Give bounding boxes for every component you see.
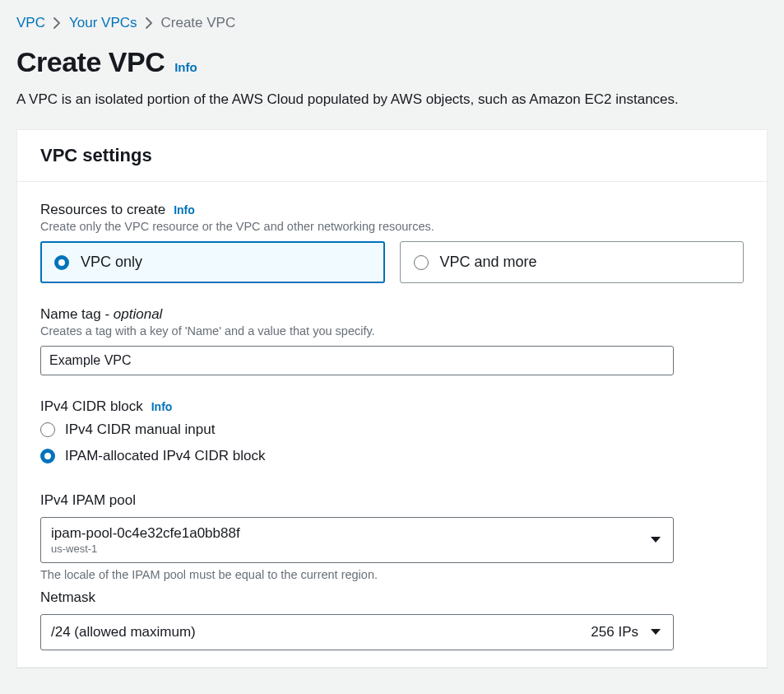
breadcrumb-link-your-vpcs[interactable]: Your VPCs	[69, 15, 137, 31]
field-name-tag: Name tag - optional Creates a tag with a…	[40, 306, 744, 375]
ipam-pool-help: The locale of the IPAM pool must be equa…	[40, 568, 744, 581]
netmask-label: Netmask	[40, 589, 95, 606]
radio-label: VPC and more	[440, 254, 537, 271]
ipam-pool-label: IPv4 IPAM pool	[40, 492, 136, 509]
select-value: ipam-pool-0c4e32cfe1a0bb88f	[51, 524, 640, 543]
breadcrumb-current: Create VPC	[161, 15, 236, 31]
info-link-header[interactable]: Info	[174, 60, 197, 74]
radio-label: VPC only	[81, 254, 142, 271]
field-netmask: Netmask /24 (allowed maximum) 256 IPs	[40, 589, 744, 650]
resources-hint: Create only the VPC resource or the VPC …	[40, 220, 744, 233]
ipv4-cidr-label: IPv4 CIDR block	[40, 398, 143, 415]
page-title: Create VPC	[16, 46, 165, 78]
radio-label: IPAM-allocated IPv4 CIDR block	[65, 448, 265, 464]
breadcrumb: VPC Your VPCs Create VPC	[16, 15, 768, 31]
resources-label: Resources to create	[40, 202, 165, 218]
radio-tile-vpc-and-more[interactable]: VPC and more	[400, 241, 745, 283]
chevron-right-icon	[146, 17, 153, 29]
vpc-settings-panel: VPC settings Resources to create Info Cr…	[16, 129, 768, 668]
radio-icon	[414, 255, 429, 270]
info-link-resources[interactable]: Info	[174, 203, 195, 217]
select-subvalue: us-west-1	[51, 543, 640, 556]
panel-header: VPC settings	[17, 130, 767, 182]
panel-title: VPC settings	[40, 145, 744, 166]
radio-label: IPv4 CIDR manual input	[65, 422, 215, 438]
radio-icon	[40, 422, 55, 437]
select-right-value: 256 IPs	[591, 624, 638, 640]
info-link-cidr[interactable]: Info	[151, 400, 173, 413]
chevron-down-icon	[650, 536, 661, 544]
name-tag-input[interactable]	[40, 346, 674, 375]
breadcrumb-link-vpc[interactable]: VPC	[16, 15, 45, 31]
netmask-select[interactable]: /24 (allowed maximum) 256 IPs	[40, 614, 674, 650]
radio-cidr-ipam[interactable]: IPAM-allocated IPv4 CIDR block	[40, 443, 744, 469]
radio-cidr-manual[interactable]: IPv4 CIDR manual input	[40, 417, 744, 443]
name-tag-label: Name tag - optional	[40, 306, 162, 323]
page-description: A VPC is an isolated portion of the AWS …	[16, 91, 768, 108]
chevron-right-icon	[53, 17, 61, 29]
field-ipam-pool: IPv4 IPAM pool ipam-pool-0c4e32cfe1a0bb8…	[40, 492, 744, 581]
field-ipv4-cidr-block: IPv4 CIDR block Info IPv4 CIDR manual in…	[40, 398, 744, 469]
chevron-down-icon	[650, 628, 661, 636]
select-value: /24 (allowed maximum)	[51, 624, 196, 640]
radio-icon	[40, 449, 55, 463]
radio-icon	[54, 255, 69, 270]
name-tag-hint: Creates a tag with a key of 'Name' and a…	[40, 324, 744, 338]
field-resources-to-create: Resources to create Info Create only the…	[40, 202, 744, 283]
ipam-pool-select[interactable]: ipam-pool-0c4e32cfe1a0bb88f us-west-1	[40, 517, 674, 563]
radio-tile-vpc-only[interactable]: VPC only	[40, 241, 385, 283]
